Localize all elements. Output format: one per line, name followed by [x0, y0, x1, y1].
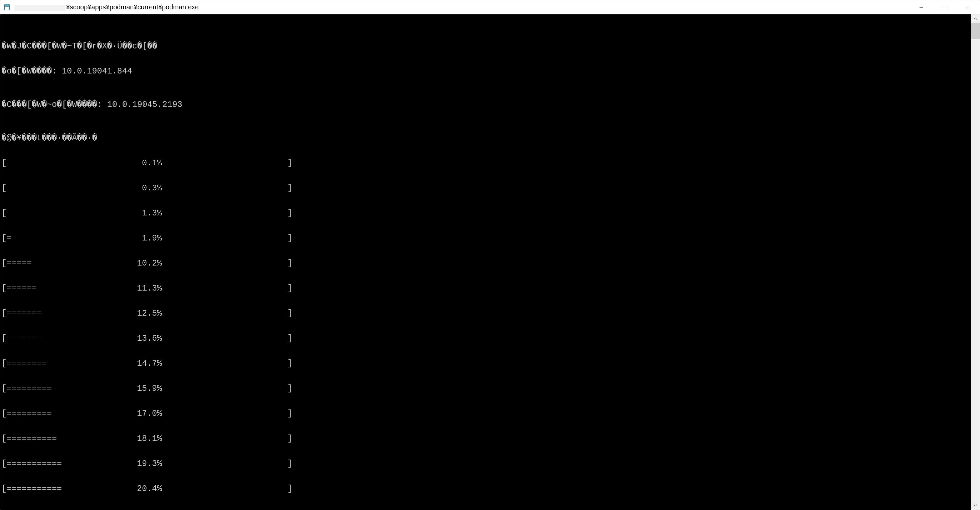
scroll-track[interactable]	[971, 23, 980, 501]
scroll-up-arrow-icon[interactable]	[971, 14, 980, 23]
window-title-path: ¥scoop¥apps¥podman¥current¥podman.exe	[66, 3, 199, 11]
output-line: �@�¥���L���·��Ă��·�	[2, 134, 970, 142]
progress-line: [ 0.1% ]	[2, 159, 970, 167]
progress-line: [========= 15.9% ]	[2, 384, 970, 393]
window-title: ¥scoop¥apps¥podman¥current¥podman.exe	[14, 3, 199, 11]
progress-line: [========== 18.1% ]	[2, 435, 970, 443]
progress-line: [===== 10.2% ]	[2, 259, 970, 267]
output-line: �W�J�C���[�W�~T�[�r�X�·Ü��c�[��	[2, 42, 970, 51]
progress-line: [========= 17.0% ]	[2, 410, 970, 418]
progress-line: [====== 11.3% ]	[2, 284, 970, 292]
vertical-scrollbar[interactable]	[971, 14, 980, 510]
app-window: ¥scoop¥apps¥podman¥current¥podman.exe �W…	[0, 0, 980, 510]
progress-line: [======== 14.7% ]	[2, 359, 970, 368]
window-controls	[910, 0, 980, 14]
progress-line: [= 1.9% ]	[2, 234, 970, 243]
minimize-button[interactable]	[910, 0, 933, 14]
svg-rect-1	[5, 5, 9, 6]
terminal-area: �W�J�C���[�W�~T�[�r�X�·Ü��c�[�� �o�[�W��…	[0, 14, 980, 510]
maximize-button[interactable]	[933, 0, 956, 14]
progress-line: [ 1.3% ]	[2, 209, 970, 218]
progress-line: [=========== 20.4% ]	[2, 485, 970, 493]
progress-line: [======= 13.6% ]	[2, 334, 970, 343]
output-line: �C���[�W�~o�[�W����: 10.0.19045.2193	[2, 100, 970, 109]
svg-rect-3	[943, 6, 946, 9]
titlebar[interactable]: ¥scoop¥apps¥podman¥current¥podman.exe	[0, 0, 980, 14]
scroll-thumb[interactable]	[971, 23, 980, 39]
app-icon	[4, 4, 10, 11]
scroll-down-arrow-icon[interactable]	[971, 501, 980, 510]
progress-line: [ 0.3% ]	[2, 184, 970, 192]
terminal-output[interactable]: �W�J�C���[�W�~T�[�r�X�·Ü��c�[�� �o�[�W��…	[0, 14, 971, 510]
redacted-segment	[14, 5, 65, 11]
output-line: �o�[�W����: 10.0.19041.844	[2, 67, 970, 75]
progress-line: [======= 12.5% ]	[2, 309, 970, 318]
close-button[interactable]	[956, 0, 980, 14]
progress-line: [=========== 19.3% ]	[2, 459, 970, 468]
